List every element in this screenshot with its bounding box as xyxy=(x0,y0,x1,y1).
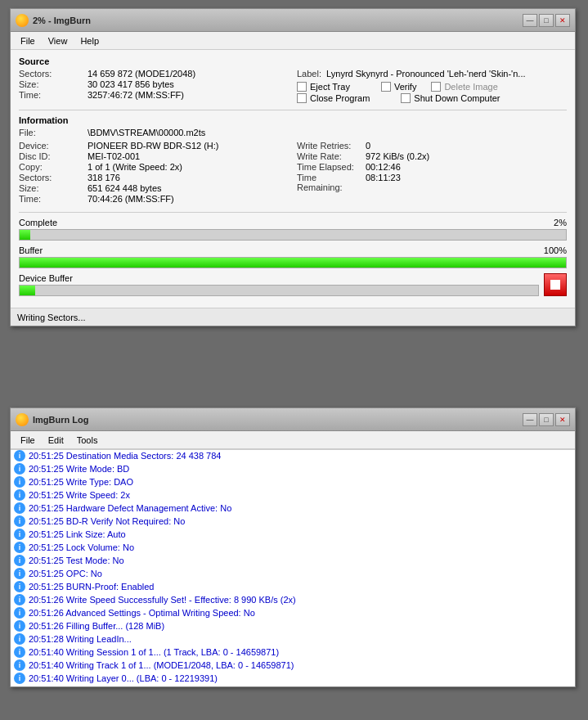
log-line: i20:51:25 BURN-Proof: Enabled xyxy=(14,580,572,593)
device-buffer-row xyxy=(19,285,567,296)
verify-checkbox[interactable] xyxy=(381,82,391,92)
minimize-button[interactable]: — xyxy=(523,14,537,27)
complete-progress-fill xyxy=(20,230,30,240)
log-line: i20:51:26 Write Speed Successfully Set! … xyxy=(14,593,572,606)
size-value: 30 023 417 856 bytes xyxy=(88,79,289,89)
time-label: Time: xyxy=(19,90,84,100)
app-icon xyxy=(16,14,29,27)
close-program-checkbox[interactable] xyxy=(297,93,307,103)
log-line-text: 20:51:25 Test Mode: No xyxy=(29,554,124,567)
log-line-text: 20:51:25 BD-R Verify Not Required: No xyxy=(29,515,185,528)
log-line-text: 20:51:25 Lock Volume: No xyxy=(29,541,134,554)
disc-id-label: Disc ID: xyxy=(19,151,84,161)
log-menu-edit[interactable]: Edit xyxy=(42,434,70,447)
divider-2 xyxy=(19,212,567,213)
copy-label: Copy: xyxy=(19,162,84,172)
log-info-icon: i xyxy=(14,476,25,488)
log-info-icon: i xyxy=(14,529,25,540)
time-remaining-value: 08:11:23 xyxy=(366,173,567,192)
buffer-pct: 100% xyxy=(544,245,567,255)
log-info-icon: i xyxy=(14,450,25,461)
source-left: Sectors: 14 659 872 (MODE1/2048) Size: 3… xyxy=(19,69,289,105)
log-line: i20:51:25 Lock Volume: No xyxy=(14,541,572,554)
sectors-value: 14 659 872 (MODE1/2048) xyxy=(88,69,289,79)
log-line-text: 20:51:25 BURN-Proof: Enabled xyxy=(29,580,154,593)
log-line-text: 20:51:25 Write Speed: 2x xyxy=(29,488,130,502)
dev-time-value: 70:44:26 (MM:SS:FF) xyxy=(88,194,289,204)
log-menu-bar: File Edit Tools xyxy=(11,431,575,449)
log-line-text: 20:51:40 Writing Session 1 of 1... (1 Tr… xyxy=(29,646,279,659)
shut-down-label[interactable]: Shut Down Computer xyxy=(414,93,500,103)
log-info-icon: i xyxy=(14,633,25,645)
file-label: File: xyxy=(19,128,84,137)
close-button[interactable]: ✕ xyxy=(555,14,570,27)
disc-id-value: MEI-T02-001 xyxy=(88,151,289,161)
shut-down-checkbox[interactable] xyxy=(401,93,411,103)
log-info-icon: i xyxy=(14,646,25,658)
main-menu-bar: File View Help xyxy=(11,32,575,50)
dev-time-label: Time: xyxy=(19,194,84,204)
close-program-label[interactable]: Close Program xyxy=(310,93,370,103)
main-window: 2% - ImgBurn — □ ✕ File View Help Source… xyxy=(10,8,576,326)
verify-label[interactable]: Verify xyxy=(394,82,417,92)
log-info-icon: i xyxy=(14,620,25,632)
log-line: i20:51:26 Advanced Settings - Optimal Wr… xyxy=(14,606,572,619)
log-info-icon: i xyxy=(14,555,25,566)
log-content[interactable]: i20:51:25 Destination Media Type: BD-R (… xyxy=(11,449,575,686)
log-line-text: 20:51:25 OPC: No xyxy=(29,567,102,580)
dev-sectors-label: Sectors: xyxy=(19,173,84,182)
sectors-label: Sectors: xyxy=(19,69,84,79)
stop-button[interactable] xyxy=(544,273,567,296)
menu-help[interactable]: Help xyxy=(74,34,105,47)
log-line: i20:51:25 Link Size: Auto xyxy=(14,528,572,541)
stop-icon xyxy=(550,280,560,290)
log-line: i20:51:25 Write Type: DAO xyxy=(14,475,572,488)
device-buffer-header: Device Buffer 3% xyxy=(19,273,567,283)
log-maximize-button[interactable]: □ xyxy=(539,413,554,426)
device-info-grid: Device: PIONEER BD-RW BDR-S12 (H:) Disc … xyxy=(19,141,289,204)
device-buffer-fill xyxy=(20,286,35,295)
write-retries-label: Write Retries: xyxy=(297,141,362,151)
log-line: i20:51:28 Writing LeadIn... xyxy=(14,632,572,646)
info-section-label: Information xyxy=(19,115,567,125)
delete-image-checkbox[interactable] xyxy=(431,82,441,92)
divider-1 xyxy=(19,110,567,110)
menu-file[interactable]: File xyxy=(14,34,42,47)
log-minimize-button[interactable]: — xyxy=(523,413,537,426)
eject-tray-row: Eject Tray Verify Delete Image xyxy=(297,82,567,92)
buffer-label: Buffer xyxy=(19,245,43,255)
log-line-text: 20:51:40 Writing Track 1 of 1... (MODE1/… xyxy=(29,659,294,672)
write-rate-value: 972 KiB/s (0.2x) xyxy=(366,151,567,161)
log-info-icon: i xyxy=(14,463,25,475)
write-retries-value: 0 xyxy=(366,141,567,151)
log-line: i20:51:40 Writing Track 1 of 1... (MODE1… xyxy=(14,659,572,672)
device-label: Device: xyxy=(19,141,84,151)
log-app-icon xyxy=(16,413,29,426)
log-menu-tools[interactable]: Tools xyxy=(70,434,105,447)
main-content: Source Sectors: 14 659 872 (MODE1/2048) … xyxy=(11,50,575,308)
dev-size-value: 651 624 448 bytes xyxy=(88,183,289,193)
log-info-icon: i xyxy=(14,502,25,514)
delete-image-label[interactable]: Delete Image xyxy=(444,82,497,92)
log-info-icon: i xyxy=(14,673,25,684)
log-info-icon: i xyxy=(14,607,25,619)
log-window: ImgBurn Log — □ ✕ File Edit Tools i20:51… xyxy=(10,407,576,687)
eject-tray-checkbox[interactable] xyxy=(297,82,307,92)
disc-value: Lynyrd Skynyrd - Pronounced 'Leh-'nerd '… xyxy=(326,69,525,79)
log-menu-file[interactable]: File xyxy=(14,434,42,447)
main-window-title: 2% - ImgBurn xyxy=(33,16,523,25)
menu-view[interactable]: View xyxy=(42,34,74,47)
device-value: PIONEER BD-RW BDR-S12 (H:) xyxy=(88,141,289,151)
title-buttons: — □ ✕ xyxy=(523,14,570,27)
source-section: Sectors: 14 659 872 (MODE1/2048) Size: 3… xyxy=(19,69,567,105)
log-line: i20:51:26 Filling Buffer... (128 MiB) xyxy=(14,619,572,632)
log-close-button[interactable]: ✕ xyxy=(555,413,570,426)
maximize-button[interactable]: □ xyxy=(539,14,554,27)
close-program-row: Close Program Shut Down Computer xyxy=(297,93,567,103)
complete-label: Complete xyxy=(19,218,57,227)
time-remaining-label: Time Remaining: xyxy=(297,173,362,192)
buffer-progress-fill xyxy=(20,258,566,268)
eject-tray-label[interactable]: Eject Tray xyxy=(310,82,350,92)
file-value: \BDMV\STREAM\00000.m2ts xyxy=(88,128,567,137)
log-line-text: 20:51:26 Advanced Settings - Optimal Wri… xyxy=(29,606,255,619)
